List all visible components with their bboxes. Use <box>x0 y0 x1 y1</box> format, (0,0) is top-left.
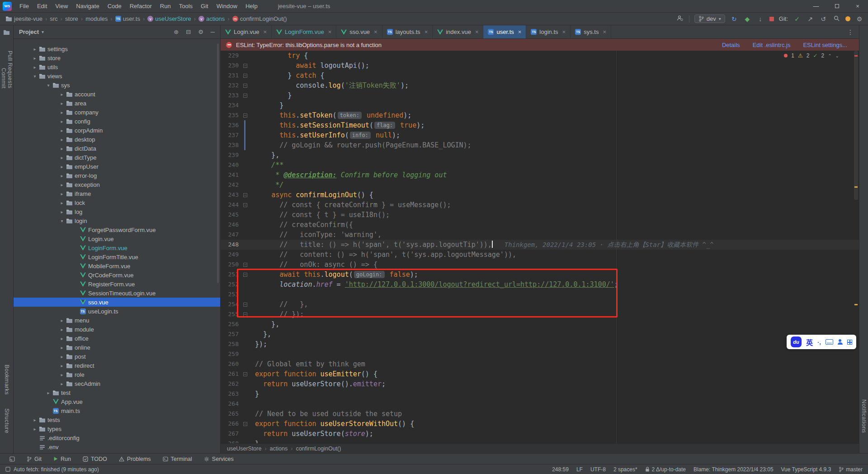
tool-button-notifications[interactable]: Notifications <box>861 399 867 433</box>
fold-marker-icon[interactable] <box>243 203 247 207</box>
tree-item[interactable]: ▸error-log <box>14 171 220 180</box>
chevron-right-icon[interactable]: ▸ <box>45 390 52 395</box>
chevron-down-icon[interactable]: ▾ <box>42 29 44 34</box>
close-icon[interactable]: × <box>425 28 428 35</box>
menu-git[interactable]: Git <box>197 0 212 12</box>
menu-help[interactable]: Help <box>241 0 262 12</box>
next-problem-icon[interactable]: ⌄ <box>835 53 839 58</box>
tab-options-icon[interactable]: ⋮ <box>842 25 859 38</box>
code-line[interactable]: 248 // title: () => h('span', t('sys.app… <box>221 240 859 250</box>
breadcrumb-item[interactable]: modules <box>85 15 108 22</box>
code-line[interactable]: 244 // const { createConfirm } = useMess… <box>221 200 859 210</box>
tree-item[interactable]: ▾views <box>14 71 220 81</box>
ime-language-toggle[interactable]: 英 <box>806 337 813 347</box>
code-line[interactable]: 231 } catch { <box>221 71 859 81</box>
crumb-item[interactable]: actions <box>270 446 288 452</box>
tree-item[interactable]: TSmain.ts <box>14 406 220 415</box>
tree-item[interactable]: ▸log <box>14 207 220 216</box>
tool-button-structure[interactable]: Structure <box>4 408 10 433</box>
tree-item[interactable]: ▸company <box>14 108 220 117</box>
tree-item[interactable]: LoginFormTitle.vue <box>14 252 220 261</box>
code-viewport[interactable]: 229 try {230 await logoutApi();231 } cat… <box>221 51 859 443</box>
menu-navigate[interactable]: Navigate <box>72 0 103 12</box>
fold-marker-icon[interactable] <box>243 313 247 317</box>
tree-item[interactable]: .env <box>14 442 220 451</box>
chevron-right-icon[interactable]: ▸ <box>59 164 65 169</box>
settings-gear-icon[interactable]: ⚙ <box>855 15 863 23</box>
chevron-right-icon[interactable]: ▸ <box>59 363 65 368</box>
code-line[interactable]: 268} <box>221 439 859 443</box>
close-icon[interactable]: × <box>328 28 332 35</box>
editor-scrollbar[interactable] <box>853 51 859 443</box>
code-line[interactable]: 264 <box>221 399 859 409</box>
ime-menu-grid-icon[interactable] <box>847 340 852 345</box>
chevron-right-icon[interactable]: ▸ <box>59 101 65 106</box>
fold-marker-icon[interactable] <box>243 94 247 98</box>
tool-window-button-run[interactable]: Run <box>47 454 77 464</box>
tab-layouts.ts[interactable]: TSlayouts.ts× <box>382 25 433 38</box>
chevron-right-icon[interactable]: ▸ <box>32 65 38 70</box>
project-panel-title[interactable]: Project <box>19 28 39 35</box>
chevron-right-icon[interactable]: ▸ <box>59 182 65 187</box>
chevron-right-icon[interactable]: ▸ <box>32 417 38 422</box>
chevron-right-icon[interactable]: ▸ <box>59 345 65 350</box>
tree-item[interactable]: QrCodeForm.vue <box>14 270 220 280</box>
banner-link[interactable]: Details <box>722 42 740 48</box>
tool-window-button-todo[interactable]: TODO <box>77 454 113 464</box>
code-line[interactable]: 266export function useUserStoreWithOut()… <box>221 419 859 429</box>
menu-file[interactable]: File <box>15 0 33 12</box>
tree-item[interactable]: ▸redirect <box>14 361 220 370</box>
history-icon[interactable]: ↺ <box>819 15 827 23</box>
chevron-right-icon[interactable]: ▸ <box>32 56 38 61</box>
close-icon[interactable]: × <box>263 28 267 35</box>
banner-link[interactable]: ESLint settings... <box>803 42 847 48</box>
chevron-right-icon[interactable]: ▸ <box>59 110 65 115</box>
tool-window-button-terminal[interactable]: Terminal <box>157 454 198 464</box>
banner-link[interactable]: Edit .eslintrc.js <box>753 42 791 48</box>
search-icon[interactable] <box>832 15 840 23</box>
baidu-ime-widget[interactable]: du 英 ·, <box>787 335 856 349</box>
tree-item[interactable]: .editorconfig <box>14 433 220 442</box>
breadcrumb-item[interactable]: jeesite-vue <box>5 15 43 22</box>
tree-item[interactable]: ▸dictType <box>14 153 220 162</box>
tree-item[interactable]: ▾login <box>14 216 220 225</box>
chevron-right-icon[interactable]: ▸ <box>59 155 65 160</box>
fold-marker-icon[interactable] <box>243 84 247 88</box>
tree-item[interactable]: ▸corpAdmin <box>14 126 220 135</box>
chevron-right-icon[interactable]: ▸ <box>59 327 65 332</box>
code-line[interactable]: 258}); <box>221 339 859 349</box>
menu-refactor[interactable]: Refactor <box>126 0 156 12</box>
status-item[interactable]: Blame: Thinkgem 2022/1/4 23:05 <box>693 466 774 473</box>
tree-item[interactable]: ▸module <box>14 325 220 334</box>
status-item[interactable]: LF <box>576 466 583 473</box>
code-line[interactable]: 254 // }, <box>221 299 859 309</box>
scrollbar-thumb[interactable] <box>854 51 858 200</box>
tab-login.ts[interactable]: TSlogin.ts× <box>526 25 571 38</box>
menu-tools[interactable]: Tools <box>175 0 197 12</box>
project-tool-icon[interactable] <box>3 29 10 37</box>
chevron-right-icon[interactable]: ▸ <box>59 128 65 133</box>
code-line[interactable]: 245 // const { t } = useI18n(); <box>221 210 859 220</box>
code-line[interactable]: 255 // }); <box>221 309 859 319</box>
collapse-all-icon[interactable]: ⊟ <box>186 28 191 35</box>
inspections-widget[interactable]: 1 ⚠ 2 ✓ 2 ⌃ ⌄ <box>784 52 839 59</box>
code-line[interactable]: 233 } <box>221 90 859 100</box>
chevron-right-icon[interactable]: ▸ <box>59 146 65 151</box>
chevron-right-icon[interactable]: ▸ <box>59 191 65 196</box>
fold-marker-icon[interactable] <box>243 193 247 197</box>
tree-item[interactable]: ▸desktop <box>14 135 220 144</box>
menu-run[interactable]: Run <box>156 0 175 12</box>
fold-marker-icon[interactable] <box>243 422 247 426</box>
code-line[interactable]: 239 }, <box>221 150 859 160</box>
close-icon[interactable]: × <box>374 28 377 35</box>
breadcrumb-item[interactable]: store <box>64 15 79 22</box>
chevron-right-icon[interactable]: ▸ <box>59 372 65 377</box>
tab-index.vue[interactable]: index.vue× <box>433 25 483 38</box>
chevron-right-icon[interactable]: ▸ <box>59 137 65 142</box>
code-line[interactable]: 251 await this.logout(goLogin: false); <box>221 270 859 280</box>
ime-user-icon[interactable] <box>838 339 843 345</box>
chevron-right-icon[interactable]: ▸ <box>59 354 65 359</box>
tab-user.ts[interactable]: TSuser.ts× <box>483 25 526 38</box>
breadcrumb-item[interactable]: vactions <box>198 15 226 22</box>
chevron-down-icon[interactable]: ▾ <box>32 74 38 79</box>
